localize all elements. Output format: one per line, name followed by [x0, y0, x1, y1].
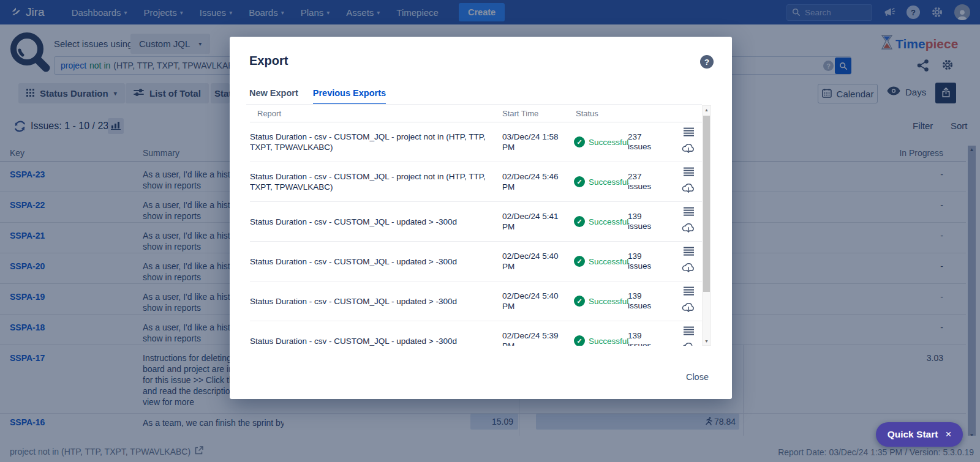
tabs-divider: [246, 104, 702, 105]
modal-title: Export: [249, 54, 288, 68]
export-row: Status Duration - csv - CUSTOM_JQL - pro…: [250, 122, 702, 162]
tab-previous-exports[interactable]: Previous Exports: [313, 88, 386, 105]
quick-start-label: Quick Start: [888, 429, 938, 440]
page: Jira Dashboards▾ Projects▾ Issues▾ Board…: [0, 0, 980, 462]
download-cloud-icon[interactable]: [682, 221, 695, 236]
export-issue-count: 139issues: [628, 331, 651, 346]
export-modal: Export ? New Export Previous Exports Rep…: [230, 37, 732, 399]
success-check-icon: ✓: [574, 176, 585, 187]
export-row: Status Duration - csv - CUSTOM_JQL - pro…: [250, 162, 702, 202]
scroll-up-icon[interactable]: ▲: [703, 108, 710, 112]
status-label: Successful: [589, 337, 628, 346]
export-report-name: Status Duration - csv - CUSTOM_JQL - pro…: [250, 171, 486, 192]
export-report-name: Status Duration - csv - CUSTOM_JQL - upd…: [250, 256, 486, 267]
export-row: Status Duration - csv - CUSTOM_JQL - upd…: [250, 202, 702, 242]
download-cloud-icon[interactable]: [682, 141, 695, 156]
row-menu-icon[interactable]: [684, 327, 694, 335]
download-cloud-icon[interactable]: [682, 181, 695, 196]
download-cloud-icon[interactable]: [682, 261, 695, 275]
close-button[interactable]: Close: [686, 372, 709, 382]
export-start-time: 02/Dec/24 5:41PM: [502, 211, 559, 232]
exports-table-header: Report Start Time Status: [250, 105, 702, 122]
export-status: ✓ Successful: [574, 335, 628, 346]
modal-tabs: New Export Previous Exports: [249, 88, 386, 105]
download-cloud-icon[interactable]: [682, 340, 695, 346]
status-label: Successful: [589, 217, 628, 226]
export-report-name: Status Duration - csv - CUSTOM_JQL - upd…: [250, 296, 486, 307]
export-issue-count: 139issues: [628, 212, 651, 231]
modal-help-icon[interactable]: ?: [700, 55, 714, 69]
modal-scrollbar[interactable]: ▲ ▼: [702, 105, 711, 346]
success-check-icon: ✓: [574, 296, 585, 307]
success-check-icon: ✓: [574, 136, 585, 147]
success-check-icon: ✓: [574, 256, 585, 267]
row-menu-icon[interactable]: [684, 207, 694, 216]
row-menu-icon[interactable]: [684, 247, 694, 256]
export-issue-count: 139issues: [628, 251, 651, 271]
status-label: Successful: [589, 297, 628, 306]
success-check-icon: ✓: [574, 216, 585, 227]
export-status: ✓ Successful: [574, 176, 628, 187]
export-issue-count: 139issues: [628, 291, 651, 311]
export-report-name: Status Duration - csv - CUSTOM_JQL - pro…: [250, 132, 486, 152]
column-header-start-time: Start Time: [502, 109, 538, 118]
row-menu-icon[interactable]: [684, 287, 694, 296]
export-report-name: Status Duration - csv - CUSTOM_JQL - upd…: [250, 336, 486, 346]
export-start-time: 02/Dec/24 5:46PM: [502, 171, 559, 192]
tab-new-export[interactable]: New Export: [249, 88, 298, 105]
success-check-icon: ✓: [574, 335, 585, 346]
export-row: Status Duration - csv - CUSTOM_JQL - upd…: [250, 242, 702, 281]
export-start-time: 02/Dec/24 5:39PM: [502, 330, 559, 346]
export-status: ✓ Successful: [574, 296, 628, 307]
scroll-down-icon[interactable]: ▼: [703, 339, 710, 343]
row-menu-icon[interactable]: [684, 168, 694, 176]
scrollbar-thumb[interactable]: [703, 116, 710, 292]
export-status: ✓ Successful: [574, 216, 628, 227]
export-status: ✓ Successful: [574, 256, 628, 267]
export-issue-count: 237issues: [628, 172, 651, 192]
export-issue-count: 237issues: [628, 132, 651, 152]
quick-start-button[interactable]: Quick Start ×: [876, 422, 963, 447]
export-start-time: 03/Dec/24 1:58PM: [502, 132, 559, 152]
export-report-name: Status Duration - csv - CUSTOM_JQL - upd…: [250, 217, 486, 227]
status-label: Successful: [589, 177, 628, 187]
row-menu-icon[interactable]: [684, 128, 694, 136]
export-status: ✓ Successful: [574, 136, 628, 147]
export-row: Status Duration - csv - CUSTOM_JQL - upd…: [250, 281, 702, 321]
export-start-time: 02/Dec/24 5:40PM: [502, 251, 559, 272]
column-header-report: Report: [257, 109, 281, 118]
status-label: Successful: [589, 138, 628, 147]
export-start-time: 02/Dec/24 5:40PM: [502, 291, 559, 311]
export-row: Status Duration - csv - CUSTOM_JQL - upd…: [250, 321, 702, 346]
close-icon[interactable]: ×: [945, 428, 951, 441]
status-label: Successful: [589, 257, 628, 266]
download-cloud-icon[interactable]: [682, 300, 695, 315]
column-header-status: Status: [576, 109, 598, 118]
exports-scroll-area: Report Start Time Status Status Duration…: [250, 105, 702, 346]
